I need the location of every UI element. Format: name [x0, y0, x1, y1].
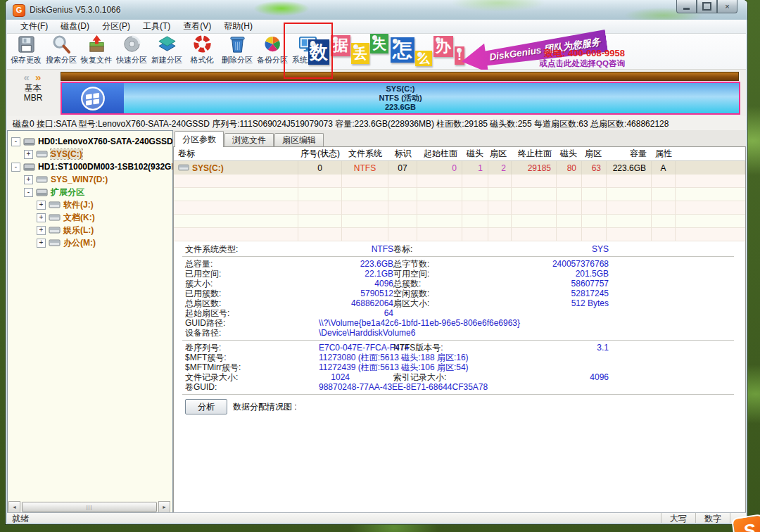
close-button[interactable]: × [717, 0, 737, 13]
partition-icon [49, 201, 61, 209]
detail-label: 起始扇区号: [185, 308, 319, 318]
menu-file[interactable]: 文件(F) [14, 20, 54, 33]
search-partition-button[interactable]: 搜索分区 [44, 34, 79, 68]
partition-icon [36, 176, 48, 184]
tree-item-hd0[interactable]: - HD0:LenovoX760-SATA-240GSSD(224GB) [8, 135, 172, 148]
expand-toggle[interactable]: - [24, 188, 33, 197]
detail-value: SYS [513, 244, 619, 254]
detail-label: 簇大小: [185, 279, 319, 289]
minimize-button[interactable] [676, 0, 697, 13]
app-icon: G [13, 4, 25, 17]
app-window: G DiskGenius V5.3.0.1066 × 文件(F) 磁盘(D) 分… [6, 0, 747, 524]
next-disk-arrow[interactable]: » [35, 71, 42, 83]
recover-files-button[interactable]: 恢复文件 [79, 34, 114, 68]
tab-browse-files[interactable]: 浏览文件 [224, 133, 274, 147]
disk-icon [23, 163, 35, 172]
allocation-map-label: 数据分配情况图 : [233, 401, 297, 413]
save-changes-button[interactable]: 保存更改 [8, 34, 44, 68]
status-capslock: 大写 [661, 513, 695, 523]
menu-view[interactable]: 查看(V) [177, 20, 217, 33]
detail-label: 索引记录大小: [393, 372, 513, 382]
device-path-label: 设备路径: [185, 328, 319, 338]
format-button[interactable]: 格式化 [184, 34, 220, 68]
delete-partition-button[interactable]: 删除分区 [220, 34, 255, 68]
tree-item-hd1[interactable]: - HD1:ST1000DM003-1SB102(932GB) [8, 160, 172, 173]
detail-value: 58607757 [513, 279, 619, 289]
tab-sector-edit[interactable]: 扇区编辑 [274, 133, 324, 147]
tree-item-entertainment-l[interactable]: + 娱乐(L:) [8, 224, 172, 236]
search-icon [51, 34, 72, 55]
maximize-button[interactable] [697, 0, 717, 13]
partition-icon [49, 214, 61, 222]
expand-toggle[interactable]: + [24, 150, 33, 159]
ad-qq-link[interactable]: 或点击此处选择QQ咨询 [540, 58, 625, 68]
tree-item-office-m[interactable]: + 办公(M:) [8, 236, 172, 249]
volume-guid-label: 卷GUID: [185, 382, 319, 392]
status-numlock: 数字 [695, 513, 730, 523]
tree-item-sys-win7-d[interactable]: + SYS_WIN7(D:) [8, 173, 172, 186]
new-partition-button[interactable]: 新建分区 [149, 34, 184, 68]
tree-horizontal-scrollbar[interactable]: ◄ ||| ► [8, 502, 170, 512]
detail-value: 240057376768 [513, 259, 619, 269]
annotation-highlight-box [284, 23, 333, 79]
row-end-head: 80 [557, 161, 582, 175]
partition-icon [49, 239, 61, 247]
partition-name: SYS(C:) [386, 84, 415, 94]
tree-item-extended-partition[interactable]: - 扩展分区 [8, 186, 172, 198]
row-volume: SYS(C:) [192, 163, 224, 173]
title-bar[interactable]: G DiskGenius V5.3.0.1066 × [6, 0, 747, 20]
tab-strip: 分区参数 浏览文件 扇区编辑 [173, 130, 746, 147]
save-icon [16, 34, 37, 55]
divider [182, 394, 734, 395]
expand-toggle[interactable]: + [37, 213, 46, 222]
detail-value: 4096 [319, 279, 393, 289]
menu-help[interactable]: 帮助(H) [217, 20, 259, 33]
expand-toggle[interactable]: + [37, 201, 46, 210]
menu-partition[interactable]: 分区(P) [96, 20, 137, 33]
scroll-left-arrow-icon[interactable]: ◄ [8, 501, 20, 513]
quick-partition-button[interactable]: 快速分区 [114, 34, 149, 68]
disk-type-label: 基本 [11, 83, 55, 93]
grid-lines [174, 175, 745, 241]
expand-toggle[interactable]: - [11, 137, 20, 146]
prev-disk-arrow[interactable]: « [24, 71, 31, 83]
tree-item-software-j[interactable]: + 软件(J:) [8, 198, 172, 211]
row-start-sector: 2 [488, 161, 512, 175]
expand-toggle[interactable]: + [37, 226, 46, 235]
detail-label: 空闲簇数: [393, 289, 513, 298]
detail-value: 5790512 [319, 289, 393, 298]
detail-value: 52817245 [513, 289, 619, 298]
mftmirr-value: 11272439 (柱面:5613 磁头:106 扇区:54) [319, 362, 513, 372]
toolbar: 保存更改 搜索分区 恢复文件 快速分区 新建分区 [7, 34, 746, 70]
detail-value: NTFS [319, 244, 393, 254]
scrollbar-thumb[interactable]: ||| [22, 502, 157, 512]
tree-item-sys-c[interactable]: + SYS(C:) [8, 148, 172, 160]
detail-value: E7C0-047E-7FCA-F474 [319, 343, 393, 353]
ad-tile: 失 [370, 34, 388, 53]
menu-tools[interactable]: 工具(T) [137, 20, 177, 33]
disk-capacity-bar[interactable] [61, 72, 739, 81]
partition-size: 223.6GB [385, 103, 416, 112]
expand-toggle[interactable]: - [11, 163, 20, 172]
new-partition-icon [157, 34, 177, 55]
menu-disk[interactable]: 磁盘(D) [54, 20, 96, 33]
analyze-button[interactable]: 分析 [185, 399, 227, 414]
format-icon [192, 34, 213, 55]
ad-tile: 办 [433, 36, 453, 57]
detail-label: 扇区大小: [393, 298, 513, 308]
detail-value [513, 308, 619, 318]
detail-value: 201.5GB [513, 269, 619, 279]
partition-c-bar[interactable]: SYS(C:) NTFS (活动) 223.6GB [61, 82, 740, 115]
table-row[interactable]: SYS(C:) 0 NTFS 07 0 1 2 29185 80 63 223.… [174, 161, 745, 175]
row-end-sector: 63 [582, 161, 607, 175]
expand-toggle[interactable]: + [24, 175, 33, 184]
client-area: 文件(F) 磁盘(D) 分区(P) 工具(T) 查看(V) 帮助(H) 保存更改… [7, 20, 746, 523]
partition-graph: « » 基本 MBR SYS(C [7, 70, 746, 116]
expand-toggle[interactable]: + [37, 239, 46, 248]
tree-item-documents-k[interactable]: + 文档(K:) [8, 211, 172, 224]
tab-partition-parameters[interactable]: 分区参数 [175, 131, 224, 147]
scroll-right-arrow-icon[interactable]: ► [158, 501, 170, 513]
status-bar: 就绪 大写 数字 [7, 512, 746, 523]
detail-value: 22.1GB [319, 269, 393, 279]
window-title: DiskGenius V5.3.0.1066 [30, 5, 120, 15]
